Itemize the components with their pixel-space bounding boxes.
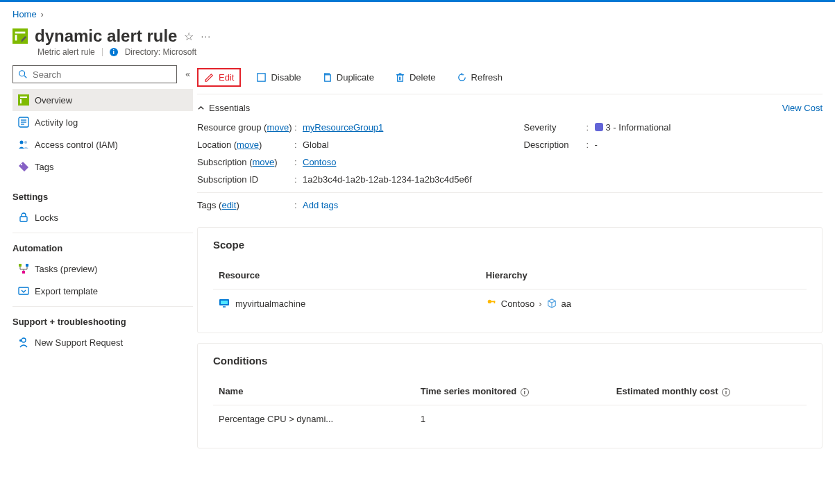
scope-col-hierarchy: Hierarchy xyxy=(480,264,807,289)
directory-value: Microsoft xyxy=(162,47,196,57)
conditions-col-name: Name xyxy=(213,380,415,405)
sidebar-section-support: Support + troubleshooting xyxy=(12,306,193,331)
scope-hier-root: Contoso xyxy=(501,299,534,309)
location-label: Location xyxy=(197,140,231,150)
svg-rect-17 xyxy=(26,264,28,267)
svg-rect-0 xyxy=(12,28,28,44)
subtitle-row: Metric alert rule i Directory: Microsoft xyxy=(12,47,823,57)
alert-resource-icon xyxy=(12,28,28,44)
favorite-star-icon[interactable]: ☆ xyxy=(184,30,194,43)
resource-group-move-link[interactable]: move xyxy=(267,122,289,133)
subscription-value[interactable]: Contoso xyxy=(303,157,336,167)
description-value: - xyxy=(595,140,598,150)
svg-rect-25 xyxy=(19,339,22,342)
search-input[interactable] xyxy=(33,69,172,80)
scope-resource-name: myvirtualmachine xyxy=(235,299,305,309)
collapse-sidebar-icon[interactable]: « xyxy=(183,67,193,82)
add-tags-link[interactable]: Add tags xyxy=(303,200,338,210)
severity-color-icon xyxy=(595,123,603,131)
svg-point-12 xyxy=(20,141,24,144)
sidebar-section-automation: Automation xyxy=(12,233,193,258)
sidebar-item-activity-log[interactable]: Activity log xyxy=(12,111,193,133)
conditions-col-cost: Estimated monthly cost i xyxy=(611,380,807,405)
delete-button[interactable]: Delete xyxy=(389,69,441,85)
svg-rect-7 xyxy=(20,99,22,103)
sidebar-item-label: Tasks (preview) xyxy=(35,264,97,274)
svg-rect-15 xyxy=(20,217,27,221)
search-icon xyxy=(17,69,28,80)
sidebar-item-label: Locks xyxy=(35,212,58,223)
svg-rect-28 xyxy=(398,75,403,81)
sidebar-item-label: Tags xyxy=(35,162,53,172)
sidebar-item-label: New Support Request xyxy=(35,337,123,348)
more-icon[interactable]: ··· xyxy=(201,31,211,42)
refresh-label: Refresh xyxy=(471,72,503,83)
view-cost-link[interactable]: View Cost xyxy=(782,103,823,113)
condition-name: Percentage CPU > dynami... xyxy=(213,405,415,433)
scope-table-row: myvirtualmachine Contoso › xyxy=(213,289,807,318)
essentials-toggle[interactable]: Essentials xyxy=(197,103,250,113)
svg-point-14 xyxy=(21,164,22,165)
info-icon[interactable]: i xyxy=(110,48,118,56)
svg-rect-5 xyxy=(18,94,29,106)
support-icon xyxy=(18,337,29,348)
sidebar-item-label: Overview xyxy=(35,95,72,106)
sidebar-item-access-control[interactable]: Access control (IAM) xyxy=(12,133,193,156)
sidebar-item-tags[interactable]: Tags xyxy=(12,156,193,178)
info-icon[interactable]: i xyxy=(722,388,730,396)
sidebar-item-label: Export template xyxy=(35,286,98,296)
sidebar-item-overview[interactable]: Overview xyxy=(12,89,193,111)
sidebar-item-export-template[interactable]: Export template xyxy=(12,280,193,302)
refresh-button[interactable]: Refresh xyxy=(451,69,509,85)
location-move-link[interactable]: move xyxy=(237,140,259,150)
main-content: Edit Disable Duplicate Delete Refresh xyxy=(193,65,823,448)
sidebar-item-locks[interactable]: Locks xyxy=(12,206,193,228)
tags-label: Tags xyxy=(197,200,216,210)
subscription-id-label: Subscription ID xyxy=(197,174,294,185)
title-row: dynamic alert rule ☆ ··· xyxy=(12,24,823,47)
key-icon xyxy=(486,298,497,309)
conditions-heading: Conditions xyxy=(213,355,807,367)
breadcrumb-home[interactable]: Home xyxy=(12,9,37,19)
sidebar-item-new-support-request[interactable]: New Support Request xyxy=(12,331,193,353)
conditions-col-timeseries: Time series monitored i xyxy=(415,380,611,405)
people-icon xyxy=(18,139,29,150)
disable-label: Disable xyxy=(271,72,301,83)
conditions-table-row: Percentage CPU > dynami... 1 xyxy=(213,405,807,433)
log-icon xyxy=(18,117,29,128)
delete-label: Delete xyxy=(410,72,436,83)
chevron-right-icon: › xyxy=(41,10,44,19)
resource-group-icon xyxy=(546,298,557,309)
tasks-icon xyxy=(18,263,29,274)
resource-group-label: Resource group xyxy=(197,122,262,133)
tags-edit-link[interactable]: edit xyxy=(221,200,236,210)
svg-rect-26 xyxy=(258,74,265,81)
sidebar-item-tasks[interactable]: Tasks (preview) xyxy=(12,258,193,280)
subscription-id-value: 1a2b3c4d-1a2b-12ab-1234-1a2b3c4d5e6f xyxy=(303,174,472,185)
chevron-right-icon: › xyxy=(539,299,541,309)
page-title: dynamic alert rule xyxy=(35,26,177,46)
edit-button[interactable]: Edit xyxy=(197,68,241,87)
scope-card: Scope Resource Hierarchy xyxy=(197,227,823,333)
description-label: Description xyxy=(524,140,587,150)
svg-point-24 xyxy=(22,338,26,342)
subscription-move-link[interactable]: move xyxy=(253,157,275,167)
info-icon[interactable]: i xyxy=(521,388,529,396)
svg-rect-27 xyxy=(325,75,330,81)
directory-label: Directory: xyxy=(125,47,160,57)
edit-label: Edit xyxy=(219,72,234,83)
sidebar-search-box[interactable] xyxy=(12,65,177,83)
svg-point-13 xyxy=(24,141,27,144)
svg-rect-2 xyxy=(15,35,17,40)
conditions-card: Conditions Name Time series monitored i … xyxy=(197,343,823,448)
sidebar: « Overview Activity log Access control (… xyxy=(12,65,193,448)
severity-label: Severity xyxy=(524,122,587,133)
duplicate-button[interactable]: Duplicate xyxy=(317,69,380,85)
svg-rect-6 xyxy=(20,96,27,98)
resource-group-value[interactable]: myResourceGroup1 xyxy=(303,122,383,133)
svg-line-4 xyxy=(24,76,27,78)
disable-button[interactable]: Disable xyxy=(251,69,306,85)
vm-icon xyxy=(219,298,230,309)
separator xyxy=(102,48,103,56)
sidebar-section-settings: Settings xyxy=(12,182,193,206)
